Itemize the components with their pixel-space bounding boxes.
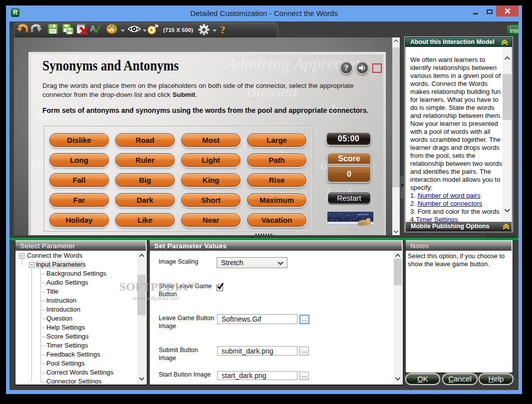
- svg-text:softpedia: softpedia: [357, 213, 369, 216]
